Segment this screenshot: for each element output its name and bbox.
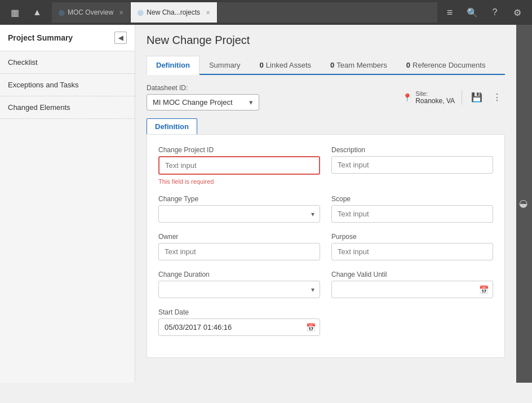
form-group-start-date: Start Date 📅 <box>158 308 320 336</box>
tab-icon: ◎ <box>59 8 64 16</box>
form-group-owner: Owner <box>158 233 320 260</box>
page-title: New Change Project <box>147 34 505 47</box>
input-change-valid-until[interactable] <box>331 281 493 298</box>
grid-icon[interactable]: ▦ <box>5 2 25 23</box>
sidebar: Project Summary ◀ Checklist Exceptions a… <box>0 25 135 383</box>
form-row-3: Owner Purpose <box>158 233 493 260</box>
datasheet-value: MI MOC Change Project <box>153 98 233 107</box>
form-section: Change Project ID This field is required… <box>147 134 505 358</box>
datasheet-label: Datasheet ID: <box>147 84 259 92</box>
form-row-5: Start Date 📅 <box>158 308 493 336</box>
toolbar-right: ≡ 🔍 ? ⚙ <box>440 2 527 23</box>
tab-close-icon[interactable]: ✕ <box>206 10 210 16</box>
sidebar-item-label: Changed Elements <box>8 103 70 112</box>
section-tab-definition[interactable]: Definition <box>147 118 197 134</box>
input-purpose[interactable] <box>331 243 493 260</box>
label-start-date: Start Date <box>158 308 320 316</box>
location-icon: 📍 <box>402 93 412 102</box>
site-label: Site: <box>415 90 455 97</box>
form-group-change-type: Change Type <box>158 195 320 223</box>
list-icon[interactable]: ≡ <box>440 2 460 23</box>
chevron-left-icon: ◀ <box>118 34 123 42</box>
tab-icon: ◎ <box>138 8 143 16</box>
input-start-date[interactable] <box>158 318 320 336</box>
nav-icon[interactable]: ▲ <box>27 2 47 23</box>
error-msg-change-project-id: This field is required <box>158 178 320 185</box>
sidebar-item-label: Checklist <box>8 58 38 67</box>
input-description[interactable] <box>331 156 493 174</box>
tab-label: MOC Overview <box>68 8 113 16</box>
sidebar-toggle-button[interactable]: ◀ <box>114 32 127 44</box>
app-body: Project Summary ◀ Checklist Exceptions a… <box>0 25 532 383</box>
nav-tab-linked-assets[interactable]: 0 Linked Assets <box>250 56 321 74</box>
input-change-project-id[interactable] <box>158 156 320 175</box>
nav-tab-team-members[interactable]: 0 Team Members <box>321 56 397 74</box>
nav-tab-label: Reference Documents <box>413 61 485 69</box>
sidebar-title: Project Summary <box>8 33 73 42</box>
tab-moc-overview[interactable]: ◎ MOC Overview ✕ <box>52 2 131 23</box>
sidebar-item-checklist[interactable]: Checklist <box>0 51 135 74</box>
nav-tab-label: Summary <box>209 61 241 69</box>
nav-tab-definition[interactable]: Definition <box>147 56 200 75</box>
label-change-valid-until: Change Valid Until <box>331 271 493 278</box>
form-group-change-project-id: Change Project ID This field is required <box>158 146 320 185</box>
tab-close-icon[interactable]: ✕ <box>119 10 123 16</box>
form-group-change-duration: Change Duration <box>158 271 320 298</box>
label-change-type: Change Type <box>158 195 320 203</box>
form-group-description: Description <box>331 146 493 185</box>
panel-handle-icon: ◑ <box>518 200 530 209</box>
input-scope[interactable] <box>331 205 493 223</box>
nav-tab-badge: 0 Team Members <box>330 61 387 69</box>
site-value: Roanoke, VA <box>415 97 455 105</box>
label-change-project-id: Change Project ID <box>158 146 320 154</box>
site-details: Site: Roanoke, VA <box>415 90 455 105</box>
form-row-2: Change Type Scope <box>158 195 493 223</box>
change-valid-until-wrapper: 📅 <box>331 281 493 298</box>
nav-tab-summary[interactable]: Summary <box>200 56 250 74</box>
select-change-duration[interactable] <box>158 281 320 298</box>
datasheet-row: Datasheet ID: MI MOC Change Project ▾ 📍 … <box>147 84 505 110</box>
browser-tabs: ◎ MOC Overview ✕ ◎ New Cha...rojects ✕ <box>52 2 437 23</box>
nav-tab-badge: 0 Linked Assets <box>260 61 311 69</box>
top-bar: ▦ ▲ ◎ MOC Overview ✕ ◎ New Cha...rojects… <box>0 0 532 25</box>
form-group-purpose: Purpose <box>331 233 493 260</box>
site-info: 📍 Site: Roanoke, VA <box>402 90 462 105</box>
nav-tab-label: Team Members <box>336 61 387 69</box>
save-icon[interactable]: 💾 <box>469 90 485 105</box>
nav-tab-label: Definition <box>156 61 190 69</box>
label-change-duration: Change Duration <box>158 271 320 278</box>
nav-tabs: Definition Summary 0 Linked Assets 0 Tea… <box>147 56 505 75</box>
sidebar-item-label: Exceptions and Tasks <box>8 81 79 89</box>
sidebar-item-changed-elements[interactable]: Changed Elements <box>0 96 135 119</box>
settings-icon[interactable]: ⚙ <box>507 2 527 23</box>
help-icon[interactable]: ? <box>485 2 505 23</box>
label-description: Description <box>331 146 493 154</box>
sidebar-header: Project Summary ◀ <box>0 25 135 51</box>
sidebar-item-exceptions[interactable]: Exceptions and Tasks <box>0 74 135 96</box>
search-icon[interactable]: 🔍 <box>462 2 482 23</box>
tab-new-change-projects[interactable]: ◎ New Cha...rojects ✕ <box>131 2 218 23</box>
select-change-type[interactable] <box>158 205 320 223</box>
main-content: New Change Project Definition Summary 0 … <box>135 25 516 383</box>
label-owner: Owner <box>158 233 320 241</box>
datasheet-select[interactable]: MI MOC Change Project ▾ <box>147 94 259 110</box>
change-type-select-wrapper <box>158 205 320 223</box>
right-panel-handle[interactable]: ◑ <box>516 25 532 383</box>
form-group-change-valid-until: Change Valid Until 📅 <box>331 271 493 298</box>
label-scope: Scope <box>331 195 493 203</box>
change-duration-select-wrapper <box>158 281 320 298</box>
label-purpose: Purpose <box>331 233 493 241</box>
chevron-down-icon: ▾ <box>249 98 253 107</box>
more-options-icon[interactable]: ⋮ <box>489 90 505 105</box>
start-date-wrapper: 📅 <box>158 318 320 336</box>
form-group-scope: Scope <box>331 195 493 223</box>
nav-tab-reference-docs[interactable]: 0 Reference Documents <box>397 56 495 74</box>
nav-tab-badge: 0 Reference Documents <box>406 61 486 69</box>
datasheet-id-group: Datasheet ID: MI MOC Change Project ▾ <box>147 84 259 110</box>
nav-tab-label: Linked Assets <box>266 61 311 69</box>
tab-label: New Cha...rojects <box>147 8 200 16</box>
datasheet-right: 📍 Site: Roanoke, VA 💾 ⋮ <box>402 90 505 105</box>
form-row-4: Change Duration Change Valid Until 📅 <box>158 271 493 298</box>
form-row-1: Change Project ID This field is required… <box>158 146 493 185</box>
input-owner[interactable] <box>158 243 320 260</box>
